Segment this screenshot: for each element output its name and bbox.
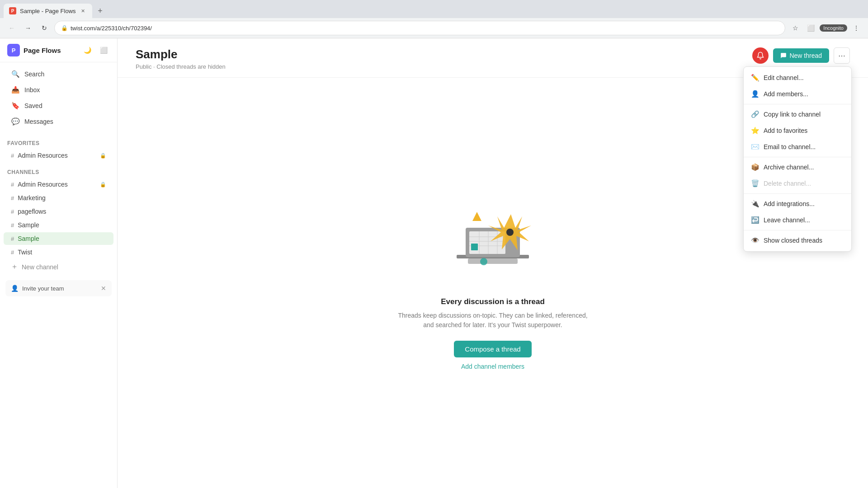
dropdown-show-closed[interactable]: 👁️ Show closed threads [744,232,851,249]
trash-icon: 🗑️ [751,179,759,188]
dropdown-email-channel[interactable]: ✉️ Email to channel... [744,139,851,155]
sidebar-nav: 🔍 Search 📥 Inbox 🔖 Saved 💬 Messages [0,62,117,133]
svg-marker-14 [472,212,481,221]
tab-favicon: P [9,7,16,14]
hash-icon-active: # [11,235,14,242]
link-icon: 🔗 [751,110,759,118]
divider-3 [744,193,851,194]
add-channel-members-link[interactable]: Add channel members [461,363,524,370]
star-icon: ⭐ [751,127,759,135]
divider-4 [744,230,851,230]
dropdown-add-integrations[interactable]: 🔌 Add integrations... [744,196,851,212]
address-bar[interactable]: 🔒 twist.com/a/225310/ch/702394/ [54,21,785,35]
delete-channel-label: Delete channel... [764,180,811,187]
inbox-label: Inbox [24,86,106,94]
favorites-section-header: Favorites [0,133,117,149]
forward-button[interactable]: → [22,22,34,34]
edit-channel-label: Edit channel... [764,74,804,81]
leave-icon: ↩️ [751,216,759,224]
hash-icon: # [11,208,14,215]
add-integrations-label: Add integrations... [764,200,815,207]
hash-icon: # [11,195,14,202]
hash-icon: # [11,152,14,159]
layout-toggle[interactable]: ⬜ [97,44,110,56]
marketing-label: Marketing [18,194,106,202]
channel-subtitle: Public · Closed threads are hidden [136,63,850,70]
compose-thread-button[interactable]: Compose a thread [454,341,531,357]
person-icon: 👤 [11,285,19,292]
sidebar-item-pageflows[interactable]: # pageflows [4,205,113,218]
divider-1 [744,104,851,104]
sidebar-item-admin-resources-fav[interactable]: # Admin Resources 🔒 [4,149,113,162]
tab-bar: P Sample - Page Flows ✕ + [0,0,868,18]
empty-illustration [439,196,547,286]
more-options-button[interactable]: ⋯ [834,47,850,64]
sidebar-item-saved[interactable]: 🔖 Saved [4,98,113,113]
sidebar-item-admin-resources[interactable]: # Admin Resources 🔒 [4,178,113,191]
saved-icon: 🔖 [11,102,20,110]
channel-dropdown-menu: ✏️ Edit channel... 👤 Add members... 🔗 Co… [743,66,852,252]
extension-button[interactable]: ⬜ [804,22,817,34]
sidebar-item-search[interactable]: 🔍 Search [4,66,113,82]
nav-actions: ☆ ⬜ Incognito ⋮ [789,22,863,34]
email-icon: ✉️ [751,143,759,151]
lock-icon-admin: 🔒 [100,182,106,188]
dropdown-copy-link[interactable]: 🔗 Copy link to channel [744,106,851,122]
browser-chrome: P Sample - Page Flows ✕ + ← → ↻ 🔒 twist.… [0,0,868,38]
notification-button[interactable] [752,47,769,64]
sidebar-item-marketing[interactable]: # Marketing [4,192,113,204]
saved-label: Saved [24,102,106,109]
eye-icon: 👁️ [751,236,759,244]
sidebar: P Page Flows 🌙 ⬜ 🔍 Search 📥 Inbox 🔖 Save… [0,38,118,488]
dropdown-add-favorites[interactable]: ⭐ Add to favorites [744,122,851,139]
bookmark-button[interactable]: ☆ [789,22,802,34]
invite-close-button[interactable]: ✕ [101,285,106,292]
incognito-badge[interactable]: Incognito [820,24,847,32]
dropdown-delete-channel: 🗑️ Delete channel... [744,175,851,192]
sidebar-item-messages[interactable]: 💬 Messages [4,114,113,129]
add-channel-label: New channel [22,263,58,271]
dropdown-leave-channel[interactable]: ↩️ Leave channel... [744,212,851,228]
svg-rect-10 [468,258,518,264]
sidebar-item-sample2[interactable]: # Sample [4,232,113,245]
edit-icon: ✏️ [751,74,759,82]
inbox-icon: 📥 [11,86,20,94]
browser-nav: ← → ↻ 🔒 twist.com/a/225310/ch/702394/ ☆ … [0,18,868,38]
tab-title: Sample - Page Flows [20,8,76,14]
refresh-button[interactable]: ↻ [38,22,51,34]
add-person-icon: 👤 [751,90,759,98]
sidebar-header: P Page Flows 🌙 ⬜ [0,38,117,62]
active-tab[interactable]: P Sample - Page Flows ✕ [4,4,92,18]
dropdown-add-members[interactable]: 👤 Add members... [744,86,851,102]
dark-mode-toggle[interactable]: 🌙 [81,44,94,56]
workspace-icon: P [7,44,20,56]
sidebar-item-inbox[interactable]: 📥 Inbox [4,82,113,98]
svg-rect-9 [471,244,478,250]
pageflows-label: pageflows [18,208,106,215]
close-tab-button[interactable]: ✕ [80,7,87,14]
back-button[interactable]: ← [5,22,18,34]
menu-button[interactable]: ⋮ [850,22,863,34]
admin-resources-fav-label: Admin Resources [18,152,96,159]
invite-label[interactable]: Invite your team [22,285,97,292]
lock-icon: 🔒 [61,25,68,31]
integrations-icon: 🔌 [751,200,759,208]
new-thread-button[interactable]: New thread [773,48,829,63]
svg-point-12 [506,229,514,236]
search-label: Search [24,70,106,78]
svg-point-13 [480,258,487,265]
empty-state-title: Every discussion is a thread [441,297,545,306]
sidebar-item-sample1[interactable]: # Sample [4,219,113,231]
app-container: P Page Flows 🌙 ⬜ 🔍 Search 📥 Inbox 🔖 Save… [0,38,868,488]
new-thread-label: New thread [789,52,822,59]
sidebar-item-twist[interactable]: # Twist [4,246,113,258]
main-content: Sample Public · Closed threads are hidde… [118,38,868,488]
dropdown-edit-channel[interactable]: ✏️ Edit channel... [744,70,851,86]
dropdown-archive-channel[interactable]: 📦 Archive channel... [744,159,851,175]
add-channel-button[interactable]: ＋ New channel [4,259,113,274]
hash-icon: # [11,222,14,229]
show-closed-label: Show closed threads [764,237,822,244]
channel-toolbar: New thread ⋯ [752,47,850,64]
channels-title: Channels [7,169,39,175]
new-tab-button[interactable]: + [94,5,107,17]
